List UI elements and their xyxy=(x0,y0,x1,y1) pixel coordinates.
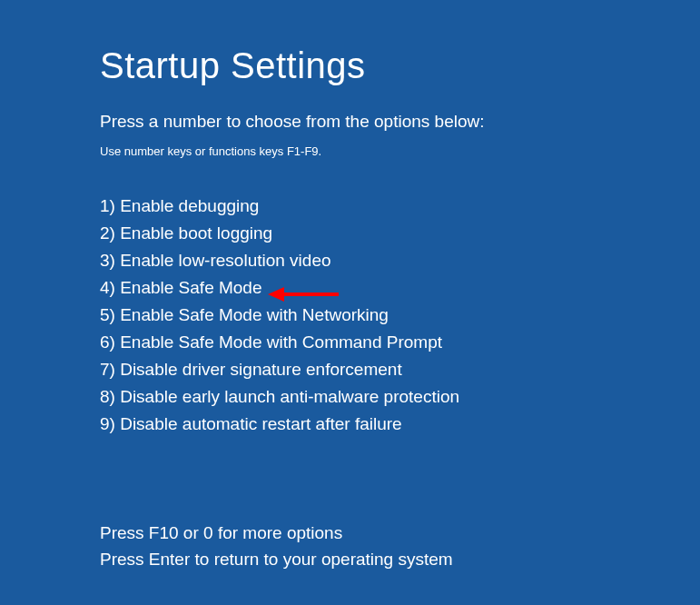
option-9[interactable]: 9) Disable automatic restart after failu… xyxy=(100,411,700,438)
more-options-hint: Press F10 or 0 for more options xyxy=(100,521,453,547)
option-8[interactable]: 8) Disable early launch anti-malware pro… xyxy=(100,383,700,411)
option-6[interactable]: 6) Enable Safe Mode with Command Prompt xyxy=(100,329,700,356)
key-hint: Use number keys or functions keys F1-F9. xyxy=(100,144,700,158)
option-1[interactable]: 1) Enable debugging xyxy=(100,193,700,220)
option-7[interactable]: 7) Disable driver signature enforcement xyxy=(100,356,700,383)
page-title: Startup Settings xyxy=(100,45,700,86)
footer: Press F10 or 0 for more options Press En… xyxy=(100,521,453,572)
option-3[interactable]: 3) Enable low-resolution video xyxy=(100,247,700,274)
subtitle: Press a number to choose from the option… xyxy=(100,112,700,132)
option-2[interactable]: 2) Enable boot logging xyxy=(100,220,700,247)
option-4[interactable]: 4) Enable Safe Mode xyxy=(100,274,700,302)
option-5[interactable]: 5) Enable Safe Mode with Networking xyxy=(100,302,700,329)
return-hint: Press Enter to return to your operating … xyxy=(100,547,453,573)
options-list: 1) Enable debugging 2) Enable boot loggi… xyxy=(100,193,700,438)
